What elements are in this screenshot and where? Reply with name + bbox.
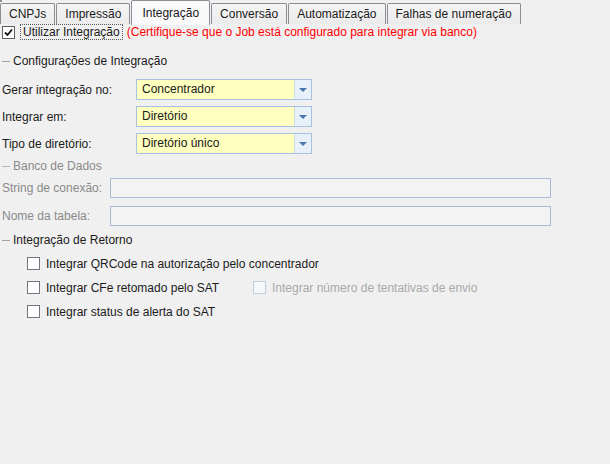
connection-string-input	[110, 178, 551, 198]
integrar-em-label: Integrar em:	[2, 110, 136, 124]
tab-integracao[interactable]: Integração	[131, 0, 210, 25]
gerar-integracao-row: Gerar integração no: Concentrador	[2, 79, 312, 100]
tab-conversao[interactable]: Conversão	[211, 3, 287, 24]
integration-content: Utilizar Integração (Certifique-se que o…	[2, 24, 607, 460]
integrar-tentativas-checkbox	[253, 281, 266, 294]
tipo-diretorio-combobox[interactable]: Diretório único	[136, 133, 312, 154]
connection-string-row: String de conexão:	[2, 178, 551, 198]
tipo-diretorio-row: Tipo de diretório: Diretório único	[2, 133, 312, 154]
table-name-input	[110, 206, 551, 226]
integrar-tentativas-label: Integrar número de tentativas de envio	[272, 281, 477, 295]
table-name-label: Nome da tabela:	[2, 209, 110, 223]
tipo-diretorio-label: Tipo de diretório:	[2, 137, 136, 151]
integrar-qrcode-checkbox[interactable]	[27, 257, 40, 270]
integrar-em-value: Diretório	[137, 107, 187, 126]
utilizar-integracao-checkbox[interactable]	[2, 26, 15, 39]
return-group-header: Integração de Retorno	[2, 233, 137, 247]
integrar-qrcode-checkbox-item[interactable]: Integrar QRCode na autorização pelo conc…	[27, 256, 319, 271]
tab-falhas-de-numeracao[interactable]: Falhas de numeração	[387, 3, 521, 24]
integrar-cfe-checkbox-item[interactable]: Integrar CFe retomado pelo SAT	[27, 280, 219, 295]
chevron-down-icon	[299, 115, 307, 119]
integrar-qrcode-label: Integrar QRCode na autorização pelo conc…	[46, 257, 319, 271]
integrar-status-alerta-checkbox[interactable]	[27, 305, 40, 318]
integrar-status-alerta-checkbox-item[interactable]: Integrar status de alerta do SAT	[27, 304, 215, 319]
table-name-row: Nome da tabela:	[2, 206, 551, 226]
gerar-integracao-label: Gerar integração no:	[2, 83, 136, 97]
integration-warning-text: (Certifique-se que o Job está configurad…	[127, 25, 477, 39]
tab-strip: CNPJs Impressão Integração Conversão Aut…	[0, 0, 522, 24]
tab-cnpjs[interactable]: CNPJs	[0, 3, 55, 24]
tab-automatizacao[interactable]: Automatização	[288, 3, 385, 24]
tab-impressao[interactable]: Impressão	[56, 3, 130, 24]
integrar-status-alerta-label: Integrar status de alerta do SAT	[46, 305, 215, 319]
utilizar-integracao-label: Utilizar Integração	[20, 24, 123, 40]
chevron-down-icon	[299, 142, 307, 146]
tipo-diretorio-dropdown-button[interactable]	[294, 134, 311, 153]
gerar-integracao-dropdown-button[interactable]	[294, 80, 311, 99]
connection-string-label: String de conexão:	[2, 181, 110, 195]
integrar-em-row: Integrar em: Diretório	[2, 106, 312, 127]
database-group-header: Banco de Dados	[2, 159, 107, 173]
settings-group-title: Configurações de Integração	[13, 54, 167, 68]
utilizar-integracao-row[interactable]: Utilizar Integração (Certifique-se que o…	[2, 24, 477, 40]
integrar-tentativas-checkbox-item: Integrar número de tentativas de envio	[253, 280, 477, 295]
gerar-integracao-combobox[interactable]: Concentrador	[136, 79, 312, 100]
integrar-cfe-label: Integrar CFe retomado pelo SAT	[46, 281, 219, 295]
tipo-diretorio-value: Diretório único	[137, 134, 219, 153]
return-group-title: Integração de Retorno	[13, 233, 132, 247]
integrar-em-combobox[interactable]: Diretório	[136, 106, 312, 127]
check-icon	[3, 27, 14, 38]
integrar-em-dropdown-button[interactable]	[294, 107, 311, 126]
settings-group-header: Configurações de Integração	[2, 54, 172, 68]
database-group-title: Banco de Dados	[13, 159, 102, 173]
gerar-integracao-value: Concentrador	[137, 80, 215, 99]
chevron-down-icon	[299, 88, 307, 92]
integrar-cfe-checkbox[interactable]	[27, 281, 40, 294]
